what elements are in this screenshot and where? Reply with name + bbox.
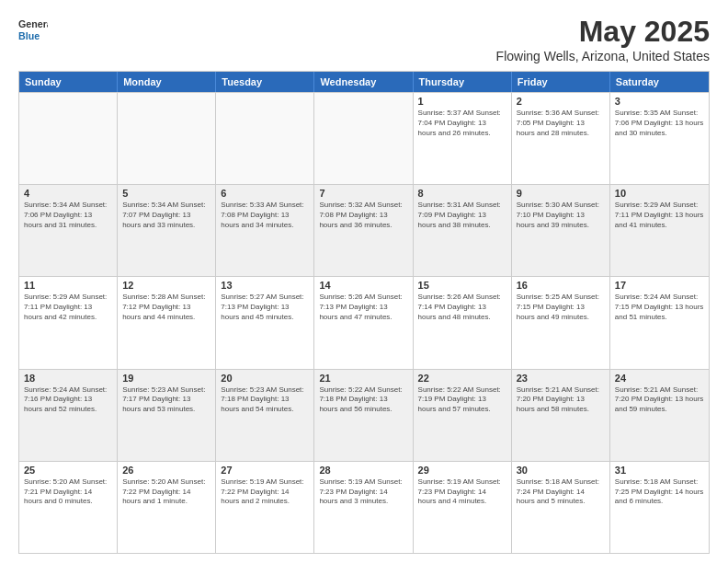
cell-day-number: 4	[24, 188, 112, 199]
cell-info: Sunrise: 5:26 AM Sunset: 7:13 PM Dayligh…	[319, 293, 407, 322]
calendar-row-4: 25Sunrise: 5:20 AM Sunset: 7:21 PM Dayli…	[19, 461, 709, 553]
cell-day-number: 8	[418, 188, 506, 199]
cell-info: Sunrise: 5:22 AM Sunset: 7:18 PM Dayligh…	[319, 385, 407, 415]
cell-info: Sunrise: 5:26 AM Sunset: 7:14 PM Dayligh…	[418, 293, 506, 322]
cell-info: Sunrise: 5:20 AM Sunset: 7:21 PM Dayligh…	[24, 477, 112, 507]
calendar-cell-0-5: 2Sunrise: 5:36 AM Sunset: 7:05 PM Daylig…	[512, 93, 610, 184]
cell-info: Sunrise: 5:18 AM Sunset: 7:25 PM Dayligh…	[615, 477, 704, 507]
cell-day-number: 24	[615, 373, 704, 384]
cell-day-number: 21	[319, 373, 407, 384]
calendar-cell-0-0	[19, 93, 118, 184]
calendar-row-1: 4Sunrise: 5:34 AM Sunset: 7:06 PM Daylig…	[19, 184, 709, 276]
cell-info: Sunrise: 5:34 AM Sunset: 7:07 PM Dayligh…	[122, 201, 210, 230]
calendar-row-2: 11Sunrise: 5:29 AM Sunset: 7:11 PM Dayli…	[19, 276, 709, 368]
header: GeneralBlue May 2025 Flowing Wells, Ariz…	[18, 15, 710, 63]
cell-info: Sunrise: 5:22 AM Sunset: 7:19 PM Dayligh…	[418, 385, 506, 415]
location-subtitle: Flowing Wells, Arizona, United States	[496, 49, 710, 63]
calendar-cell-1-3: 7Sunrise: 5:32 AM Sunset: 7:08 PM Daylig…	[314, 185, 413, 276]
cell-day-number: 29	[418, 465, 506, 476]
cell-info: Sunrise: 5:21 AM Sunset: 7:20 PM Dayligh…	[517, 385, 605, 415]
cell-day-number: 3	[615, 96, 704, 107]
calendar-cell-1-5: 9Sunrise: 5:30 AM Sunset: 7:10 PM Daylig…	[512, 185, 610, 276]
calendar-cell-4-6: 31Sunrise: 5:18 AM Sunset: 7:25 PM Dayli…	[610, 462, 709, 553]
calendar-cell-0-2	[216, 93, 314, 184]
cell-day-number: 15	[418, 280, 506, 291]
cell-day-number: 16	[517, 280, 605, 291]
cell-info: Sunrise: 5:24 AM Sunset: 7:15 PM Dayligh…	[615, 293, 704, 322]
cell-day-number: 22	[418, 373, 506, 384]
calendar-cell-2-0: 11Sunrise: 5:29 AM Sunset: 7:11 PM Dayli…	[19, 277, 118, 368]
calendar-cell-0-3	[314, 93, 413, 184]
calendar-cell-2-2: 13Sunrise: 5:27 AM Sunset: 7:13 PM Dayli…	[216, 277, 314, 368]
cell-info: Sunrise: 5:30 AM Sunset: 7:10 PM Dayligh…	[517, 201, 605, 230]
calendar-cell-3-3: 21Sunrise: 5:22 AM Sunset: 7:18 PM Dayli…	[314, 370, 413, 461]
calendar-body: 1Sunrise: 5:37 AM Sunset: 7:04 PM Daylig…	[19, 92, 709, 553]
calendar-cell-0-4: 1Sunrise: 5:37 AM Sunset: 7:04 PM Daylig…	[414, 93, 512, 184]
calendar-row-3: 18Sunrise: 5:24 AM Sunset: 7:16 PM Dayli…	[19, 369, 709, 461]
calendar-cell-1-4: 8Sunrise: 5:31 AM Sunset: 7:09 PM Daylig…	[414, 185, 512, 276]
cell-info: Sunrise: 5:25 AM Sunset: 7:15 PM Dayligh…	[517, 293, 605, 322]
header-saturday: Saturday	[610, 72, 709, 92]
cell-day-number: 13	[221, 280, 309, 291]
calendar-cell-4-3: 28Sunrise: 5:19 AM Sunset: 7:23 PM Dayli…	[314, 462, 413, 553]
calendar-cell-1-6: 10Sunrise: 5:29 AM Sunset: 7:11 PM Dayli…	[610, 185, 709, 276]
calendar-cell-4-1: 26Sunrise: 5:20 AM Sunset: 7:22 PM Dayli…	[118, 462, 216, 553]
cell-info: Sunrise: 5:31 AM Sunset: 7:09 PM Dayligh…	[418, 201, 506, 230]
calendar-cell-2-3: 14Sunrise: 5:26 AM Sunset: 7:13 PM Dayli…	[314, 277, 413, 368]
calendar-header: Sunday Monday Tuesday Wednesday Thursday…	[19, 72, 709, 92]
calendar-cell-4-2: 27Sunrise: 5:19 AM Sunset: 7:22 PM Dayli…	[216, 462, 314, 553]
header-sunday: Sunday	[19, 72, 118, 92]
calendar-row-0: 1Sunrise: 5:37 AM Sunset: 7:04 PM Daylig…	[19, 92, 709, 184]
cell-day-number: 12	[122, 280, 210, 291]
header-friday: Friday	[512, 72, 610, 92]
calendar-cell-3-5: 23Sunrise: 5:21 AM Sunset: 7:20 PM Dayli…	[512, 370, 610, 461]
calendar-cell-1-1: 5Sunrise: 5:34 AM Sunset: 7:07 PM Daylig…	[118, 185, 216, 276]
calendar-cell-3-0: 18Sunrise: 5:24 AM Sunset: 7:16 PM Dayli…	[19, 370, 118, 461]
cell-info: Sunrise: 5:18 AM Sunset: 7:24 PM Dayligh…	[517, 477, 605, 507]
cell-day-number: 26	[122, 465, 210, 476]
calendar-cell-1-2: 6Sunrise: 5:33 AM Sunset: 7:08 PM Daylig…	[216, 185, 314, 276]
cell-info: Sunrise: 5:29 AM Sunset: 7:11 PM Dayligh…	[615, 201, 704, 230]
cell-day-number: 30	[517, 465, 605, 476]
calendar-cell-2-1: 12Sunrise: 5:28 AM Sunset: 7:12 PM Dayli…	[118, 277, 216, 368]
cell-day-number: 17	[615, 280, 704, 291]
calendar-cell-0-6: 3Sunrise: 5:35 AM Sunset: 7:06 PM Daylig…	[610, 93, 709, 184]
cell-day-number: 25	[24, 465, 112, 476]
header-wednesday: Wednesday	[314, 72, 413, 92]
cell-day-number: 19	[122, 373, 210, 384]
cell-info: Sunrise: 5:27 AM Sunset: 7:13 PM Dayligh…	[221, 293, 309, 322]
calendar-cell-4-0: 25Sunrise: 5:20 AM Sunset: 7:21 PM Dayli…	[19, 462, 118, 553]
calendar-cell-2-5: 16Sunrise: 5:25 AM Sunset: 7:15 PM Dayli…	[512, 277, 610, 368]
cell-day-number: 11	[24, 280, 112, 291]
cell-day-number: 28	[319, 465, 407, 476]
cell-day-number: 9	[517, 188, 605, 199]
calendar-cell-4-5: 30Sunrise: 5:18 AM Sunset: 7:24 PM Dayli…	[512, 462, 610, 553]
calendar-cell-4-4: 29Sunrise: 5:19 AM Sunset: 7:23 PM Dayli…	[414, 462, 512, 553]
cell-day-number: 31	[615, 465, 704, 476]
calendar: Sunday Monday Tuesday Wednesday Thursday…	[18, 71, 710, 554]
cell-day-number: 6	[221, 188, 309, 199]
cell-info: Sunrise: 5:19 AM Sunset: 7:22 PM Dayligh…	[221, 477, 309, 507]
header-tuesday: Tuesday	[216, 72, 314, 92]
cell-day-number: 27	[221, 465, 309, 476]
calendar-cell-3-4: 22Sunrise: 5:22 AM Sunset: 7:19 PM Dayli…	[414, 370, 512, 461]
header-thursday: Thursday	[414, 72, 512, 92]
cell-info: Sunrise: 5:23 AM Sunset: 7:17 PM Dayligh…	[122, 385, 210, 415]
cell-info: Sunrise: 5:35 AM Sunset: 7:06 PM Dayligh…	[615, 109, 704, 138]
page: GeneralBlue May 2025 Flowing Wells, Ariz…	[0, 0, 728, 563]
cell-info: Sunrise: 5:28 AM Sunset: 7:12 PM Dayligh…	[122, 293, 210, 322]
cell-info: Sunrise: 5:29 AM Sunset: 7:11 PM Dayligh…	[24, 293, 112, 322]
cell-info: Sunrise: 5:19 AM Sunset: 7:23 PM Dayligh…	[418, 477, 506, 507]
header-monday: Monday	[118, 72, 216, 92]
cell-day-number: 23	[517, 373, 605, 384]
logo: GeneralBlue	[18, 15, 48, 44]
cell-info: Sunrise: 5:23 AM Sunset: 7:18 PM Dayligh…	[221, 385, 309, 415]
month-year-title: May 2025	[496, 15, 710, 49]
cell-info: Sunrise: 5:34 AM Sunset: 7:06 PM Dayligh…	[24, 201, 112, 230]
calendar-cell-3-2: 20Sunrise: 5:23 AM Sunset: 7:18 PM Dayli…	[216, 370, 314, 461]
calendar-cell-0-1	[118, 93, 216, 184]
cell-info: Sunrise: 5:21 AM Sunset: 7:20 PM Dayligh…	[615, 385, 704, 415]
cell-info: Sunrise: 5:33 AM Sunset: 7:08 PM Dayligh…	[221, 201, 309, 230]
calendar-cell-2-6: 17Sunrise: 5:24 AM Sunset: 7:15 PM Dayli…	[610, 277, 709, 368]
cell-info: Sunrise: 5:20 AM Sunset: 7:22 PM Dayligh…	[122, 477, 210, 507]
